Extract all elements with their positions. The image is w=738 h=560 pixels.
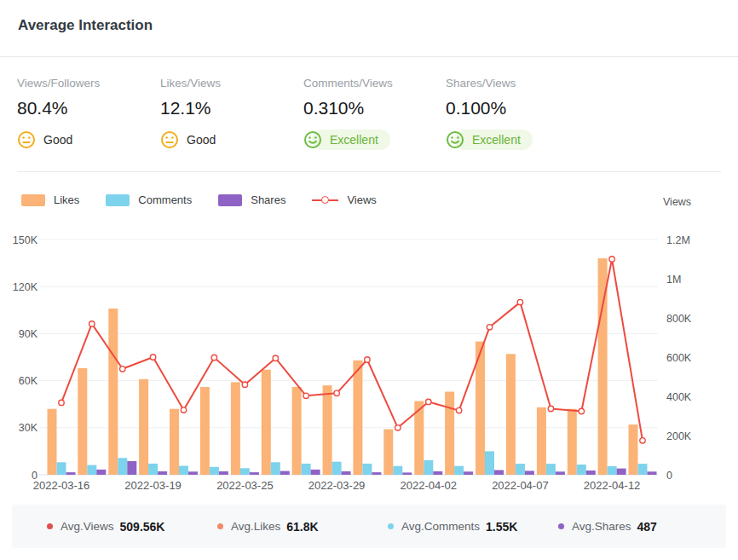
legend-label: Likes: [54, 193, 79, 206]
stat-dot-icon: [388, 523, 394, 529]
bar-shares: [464, 471, 473, 475]
stat-value: 487: [637, 520, 657, 534]
bar-comments: [608, 466, 617, 475]
status-badge: Excellent: [303, 130, 390, 150]
stat-dot-icon: [217, 523, 223, 529]
legend-item-shares[interactable]: Shares: [218, 193, 285, 206]
bar-likes: [292, 387, 302, 475]
metric-label: Views/Followers: [17, 77, 160, 89]
views-point: [242, 382, 247, 387]
left-axis-tick: 30K: [19, 422, 38, 434]
divider: [17, 171, 721, 172]
bar-comments: [362, 464, 372, 475]
bar-comments: [454, 466, 464, 475]
right-axis-tick: 0: [666, 470, 672, 482]
views-point: [426, 399, 431, 404]
legend-item-likes[interactable]: Likes: [21, 193, 79, 206]
status-label: Excellent: [330, 133, 378, 147]
smiley-neutral-icon: [160, 130, 179, 149]
x-axis-label: 2022-04-12: [584, 479, 641, 492]
bar-comments: [87, 465, 96, 475]
bar-shares: [494, 471, 504, 476]
divider: [0, 56, 738, 57]
left-axis-tick: 120K: [13, 281, 38, 293]
views-point: [548, 406, 553, 411]
views-point: [395, 425, 401, 430]
left-axis-tick: 90K: [19, 328, 38, 340]
views-point: [59, 400, 64, 405]
bar-comments: [240, 468, 250, 475]
views-point: [273, 355, 278, 361]
x-axis-label: 2022-03-16: [33, 479, 90, 492]
bar-likes: [108, 309, 118, 475]
stat-value: 1.55K: [486, 520, 517, 534]
left-axis-tick: 60K: [19, 375, 38, 387]
stat-dot-icon: [558, 523, 564, 529]
views-point: [487, 325, 492, 330]
views-point: [120, 367, 125, 372]
legend-item-comments[interactable]: Comments: [106, 193, 192, 206]
x-axis-label: 2022-04-07: [492, 479, 549, 492]
metric-views-followers: Views/Followers80.4%Good: [17, 77, 160, 153]
legend-swatch: [106, 194, 130, 206]
status-badge: Excellent: [446, 130, 533, 150]
stat-label: Avg.Shares: [572, 520, 631, 533]
bar-likes: [78, 368, 87, 475]
chart-legend: LikesCommentsSharesViews: [21, 193, 377, 206]
smiley-neutral-icon: [17, 130, 36, 149]
smiley-excellent-icon: [446, 130, 464, 149]
status-label: Good: [43, 133, 72, 147]
bar-shares: [250, 472, 259, 475]
status-badge: Good: [160, 130, 216, 150]
metric-comments-views: Comments/Views0.310%Excellent: [303, 77, 447, 153]
smiley-excellent-icon: [303, 130, 322, 149]
views-point: [456, 407, 461, 413]
views-point: [365, 357, 370, 362]
bar-shares: [219, 471, 228, 475]
metric-label: Likes/Views: [160, 77, 303, 89]
metric-label: Shares/Views: [446, 77, 589, 89]
status-badge: Good: [17, 130, 72, 150]
bar-comments: [485, 451, 494, 475]
bar-shares: [96, 470, 106, 475]
legend-label: Shares: [251, 193, 285, 206]
views-point: [303, 393, 308, 398]
bar-shares: [311, 470, 320, 475]
avg-stat-avg-likes: Avg.Likes61.8K: [217, 520, 388, 534]
right-axis-tick: 1.2M: [666, 234, 690, 246]
bar-likes: [537, 407, 546, 475]
stat-label: Avg.Likes: [231, 520, 280, 533]
metric-shares-views: Shares/Views0.100%Excellent: [446, 77, 589, 153]
bar-comments: [210, 467, 219, 475]
bar-shares: [372, 472, 381, 475]
bar-likes: [231, 382, 240, 475]
bar-shares: [648, 471, 657, 475]
metric-value: 0.100%: [446, 98, 589, 118]
metric-label: Comments/Views: [303, 77, 447, 89]
right-axis-tick: 1M: [666, 274, 681, 286]
metric-likes-views: Likes/Views12.1%Good: [160, 77, 303, 153]
interaction-chart[interactable]: 030K60K90K120K150K0200K400K600K800K1M1.2…: [0, 210, 738, 499]
legend-item-views[interactable]: Views: [312, 193, 376, 206]
legend-swatch: [21, 194, 45, 206]
right-axis-tick: 400K: [666, 391, 692, 403]
bar-likes: [48, 409, 57, 475]
avg-stat-avg-views: Avg.Views509.56K: [47, 520, 217, 534]
bar-comments: [332, 462, 342, 475]
average-interaction-card: Average Interaction Views/Followers80.4%…: [0, 0, 738, 560]
bar-comments: [393, 466, 402, 475]
legend-swatch: [218, 194, 242, 206]
bar-comments: [302, 464, 311, 475]
bar-likes: [323, 385, 332, 475]
bar-comments: [57, 462, 66, 475]
bar-shares: [402, 472, 412, 475]
stat-dot-icon: [47, 523, 53, 529]
bar-likes: [139, 379, 148, 475]
right-axis-tick: 800K: [666, 313, 692, 325]
bar-shares: [158, 471, 167, 475]
bar-likes: [170, 409, 179, 475]
x-axis-label: 2022-04-02: [401, 479, 458, 492]
bar-comments: [638, 464, 648, 475]
metric-value: 12.1%: [160, 98, 303, 118]
stat-value: 509.56K: [120, 520, 165, 534]
